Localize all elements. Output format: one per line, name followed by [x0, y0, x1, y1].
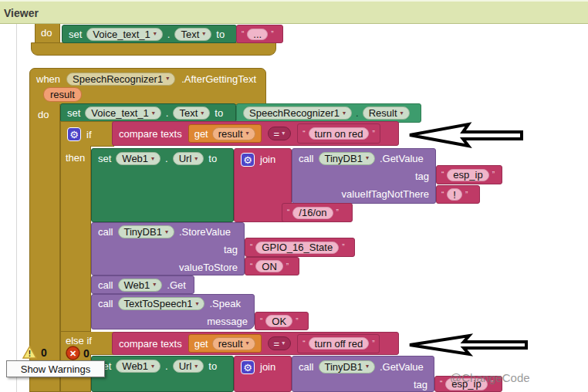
tinydb-getvalue-block[interactable]: call TinyDB1▾ .GetValue tag valueIfTagNo… [292, 148, 436, 204]
get-result-block[interactable]: get result▾ [188, 334, 262, 353]
message-arg-label: message [207, 316, 248, 327]
join-label: join [260, 154, 275, 165]
web-get-block[interactable]: call Web1▾ .Get [91, 275, 194, 294]
comparator-dropdown[interactable]: =▾ [268, 336, 292, 350]
text-string-block[interactable]: “ turn off red ” [297, 334, 380, 353]
chevron-down-icon: ▾ [246, 130, 249, 137]
if-label: if [86, 129, 92, 140]
chevron-down-icon: ▾ [400, 110, 404, 117]
component-dropdown[interactable]: Voice_text_1▾ [85, 106, 161, 120]
text-string-block[interactable]: “ GPIO_16_State ” [245, 238, 355, 257]
join-block-partial[interactable]: ⚙ join [234, 356, 292, 392]
texttospeech-speak-block[interactable]: call TextToSpeech1▾ .Speak message [91, 294, 255, 329]
open-quote-icon: “ [250, 243, 252, 252]
open-quote-icon: “ [440, 380, 442, 388]
comparator-dropdown[interactable]: =▾ [268, 127, 292, 140]
dot-separator: . [165, 360, 168, 372]
show-warnings-button[interactable]: Show Warnings [6, 360, 105, 377]
set-voice-text-block-partial[interactable]: set Voice_text_1▾ . Text▾ to [62, 25, 237, 43]
if-block-left-rail[interactable]: then [60, 146, 91, 332]
string-value-field[interactable]: ON [255, 260, 283, 272]
property-dropdown[interactable]: Result▾ [363, 106, 410, 120]
string-value-field[interactable]: OK [265, 315, 292, 327]
to-label: to [215, 107, 223, 119]
chevron-down-icon: ▾ [151, 363, 154, 370]
to-label: to [216, 29, 225, 40]
watermark-text: @ChangeCode [450, 371, 530, 384]
chevron-down-icon: ▾ [151, 156, 154, 162]
warning-count: 0 [41, 346, 47, 359]
event-param-result-chip[interactable]: result [43, 87, 82, 102]
method-label: .GetValue [380, 361, 424, 373]
chevron-down-icon: ▾ [366, 155, 369, 161]
property-dropdown[interactable]: Url▾ [173, 360, 204, 373]
set-label: set [98, 153, 111, 164]
component-dropdown[interactable]: TinyDB1▾ [319, 360, 375, 373]
svg-text:✕: ✕ [69, 349, 76, 358]
error-count: 0 [83, 347, 90, 360]
compare-texts-block[interactable]: compare texts get result▾ =▾ “ turn on r… [112, 121, 399, 146]
mutator-gear-icon[interactable]: ⚙ [241, 360, 255, 374]
component-dropdown[interactable]: Voice_text_1▾ [86, 28, 162, 41]
mutator-gear-icon[interactable]: ⚙ [67, 127, 81, 141]
close-quote-icon: ” [342, 243, 344, 252]
string-value-field[interactable]: turn on red [309, 127, 370, 140]
when-label: when [36, 73, 60, 85]
compare-texts-block[interactable]: compare texts get result▾ =▾ “ turn off … [112, 332, 399, 355]
get-result-block[interactable]: get result▾ [188, 124, 262, 143]
chevron-down-icon: ▾ [152, 110, 155, 117]
component-dropdown[interactable]: Web1▾ [116, 360, 161, 373]
chevron-down-icon: ▾ [194, 156, 198, 162]
text-string-block[interactable]: “ ! ” [436, 185, 480, 204]
component-dropdown[interactable]: TinyDB1▾ [118, 225, 174, 238]
set-voice-text-block[interactable]: set Voice_text_1▾ . Text▾ to [60, 103, 236, 123]
text-string-block[interactable]: “ turn on red ” [297, 123, 380, 144]
component-dropdown[interactable]: SpeechRecognizer1▾ [66, 73, 175, 86]
property-dropdown[interactable]: Text▾ [173, 106, 210, 120]
component-dropdown[interactable]: Web1▾ [118, 279, 163, 292]
component-dropdown[interactable]: Web1▾ [116, 152, 161, 165]
open-quote-icon: “ [441, 171, 444, 179]
component-dropdown[interactable]: TinyDB1▾ [319, 152, 375, 165]
set-label: set [69, 29, 82, 40]
call-label: call [98, 226, 113, 238]
text-string-block[interactable]: “ ... ” [236, 25, 283, 43]
error-icon[interactable]: ✕ [66, 346, 80, 360]
compare-texts-label: compare texts [119, 128, 182, 140]
text-string-block[interactable]: “ /16/on ” [282, 203, 353, 222]
string-value-field[interactable]: GPIO_16_State [255, 242, 339, 254]
string-value-field[interactable]: esp_ip [447, 169, 488, 181]
chevron-down-icon: ▾ [166, 76, 169, 82]
property-dropdown[interactable]: Url▾ [173, 152, 204, 165]
valueiftagnotthere-arg-label: valueIfTagNotThere [342, 188, 429, 200]
variable-dropdown[interactable]: result▾ [212, 337, 255, 350]
chevron-down-icon: ▾ [194, 363, 198, 370]
string-value-field[interactable]: ! [447, 188, 462, 201]
tinydb-storevalue-block[interactable]: call TinyDB1▾ .StoreValue tag valueToSto… [91, 222, 245, 275]
method-label: .Get [167, 279, 186, 291]
warning-icon[interactable]: ! [22, 346, 37, 359]
dot-separator: . [166, 107, 169, 119]
property-dropdown[interactable]: Text▾ [174, 28, 211, 41]
string-value-field[interactable]: turn off red [309, 337, 370, 350]
open-quote-icon: “ [287, 208, 289, 217]
string-value-field[interactable]: ... [247, 29, 268, 40]
variable-dropdown[interactable]: result▾ [212, 127, 255, 140]
text-string-block[interactable]: “ OK ” [255, 312, 309, 330]
text-string-block[interactable]: “ ON ” [245, 257, 299, 275]
mutator-gear-icon[interactable]: ⚙ [241, 153, 255, 167]
partial-when-block-bottom[interactable] [31, 42, 276, 56]
text-string-block[interactable]: “ esp_ip ” [436, 165, 502, 184]
component-dropdown[interactable]: TextToSpeech1▾ [118, 297, 205, 310]
set-web-url-block[interactable]: set Web1▾ . Url▾ to [91, 148, 234, 222]
speechrecognizer-result-getter-block[interactable]: SpeechRecognizer1▾ . Result▾ [236, 103, 421, 123]
string-value-field[interactable]: /16/on [292, 207, 333, 219]
dot-separator: . [165, 153, 168, 164]
partial-when-block-rail[interactable]: do [35, 24, 60, 45]
set-web-url-block-partial[interactable]: set Web1▾ . Url▾ to [91, 356, 234, 392]
if-block-header[interactable]: ⚙ if [60, 121, 114, 147]
viewer-pane-header: Viewer [0, 0, 588, 24]
component-dropdown[interactable]: SpeechRecognizer1▾ [243, 106, 352, 120]
open-quote-icon: “ [302, 340, 305, 348]
tinydb-getvalue-block-partial[interactable]: call TinyDB1▾ .GetValue tag [292, 356, 434, 392]
